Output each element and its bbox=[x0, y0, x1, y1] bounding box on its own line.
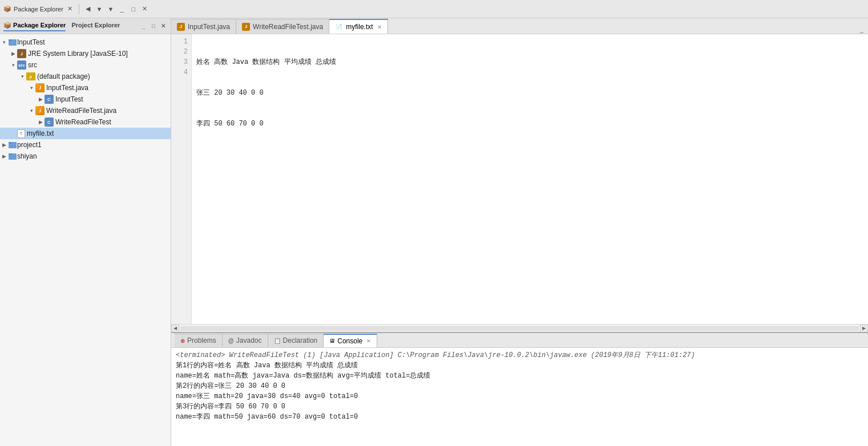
scroll-right-arrow[interactable]: ▶ bbox=[860, 325, 868, 333]
sidebar-item-jre[interactable]: ▶ J JRE System Library [JavaSE-10] bbox=[0, 48, 171, 59]
default-package-label: (default package) bbox=[37, 72, 90, 80]
class-icon-wrf: C bbox=[45, 117, 54, 127]
sidebar-item-writereadfiletest-java[interactable]: ▾ J WriteReadFileTest.java bbox=[0, 105, 171, 116]
console-line-6: name=李四 math=50 java=60 ds=70 avg=0 tota… bbox=[176, 412, 863, 422]
sidebar-item-default-package[interactable]: ▾ p (default package) bbox=[0, 71, 171, 82]
tab-javadoc[interactable]: @ Javadoc bbox=[223, 334, 268, 347]
arrow-src: ▾ bbox=[9, 62, 17, 68]
svg-rect-1 bbox=[9, 39, 12, 41]
arrow-wrf-java: ▾ bbox=[27, 108, 35, 113]
sidebar-tab-package-explorer[interactable]: 📦 Package Explorer bbox=[3, 21, 66, 31]
toolbar-minimize-icon[interactable]: _ bbox=[118, 5, 127, 14]
java-icon-wrf: J bbox=[35, 106, 45, 115]
arrow-shiyan: ▶ bbox=[0, 153, 8, 159]
editor-line-4 bbox=[196, 149, 863, 160]
toolbar-forward-icon[interactable]: ▼ bbox=[95, 5, 104, 14]
writereadfiletest-class-label: WriteReadFileTest bbox=[55, 118, 111, 126]
tab-close-myfile[interactable]: ✕ bbox=[377, 24, 382, 30]
console-line-2: name=姓名 math=高数 java=Java ds=数据结构 avg=平均… bbox=[176, 371, 863, 381]
line-num-2: 2 bbox=[171, 47, 188, 57]
jre-label: JRE System Library [JavaSE-10] bbox=[28, 50, 128, 58]
sidebar-tree: ▾ InputTest ▶ J JRE System Library [Java… bbox=[0, 34, 171, 446]
java-tab-icon-wrf: J bbox=[242, 23, 250, 31]
sidebar-item-project1[interactable]: ▶ project1 bbox=[0, 139, 171, 151]
src-label: src bbox=[28, 61, 37, 69]
editor-tab-bar: J InputTest.java J WriteReadFileTest.jav… bbox=[171, 18, 868, 34]
arrow-dp: ▾ bbox=[18, 74, 26, 79]
svg-rect-5 bbox=[9, 153, 12, 155]
toolbar-back-icon[interactable]: ◀ bbox=[83, 5, 92, 14]
editor-line-1: 姓名 高数 Java 数据结构 平均成绩 总成绩 bbox=[196, 57, 863, 67]
sidebar-item-inputtest-project[interactable]: ▾ InputTest bbox=[0, 37, 171, 48]
right-panel: J InputTest.java J WriteReadFileTest.jav… bbox=[171, 18, 868, 446]
sidebar-header: 📦 Package Explorer Project Explorer _ □ … bbox=[0, 18, 171, 34]
problems-tab-label: Problems bbox=[187, 336, 216, 344]
sidebar-item-src[interactable]: ▾ src src bbox=[0, 59, 171, 71]
scroll-track[interactable] bbox=[180, 326, 859, 331]
arrow-inputtest-class: ▶ bbox=[37, 96, 45, 102]
line-numbers: 1 2 3 4 bbox=[171, 34, 192, 324]
sidebar-tab-project-explorer[interactable]: Project Explorer bbox=[71, 21, 120, 31]
toolbar-close-icon[interactable]: ✕ bbox=[66, 5, 75, 14]
arrow-wrf-class: ▶ bbox=[37, 119, 45, 125]
editor-line-2: 张三 20 30 40 0 0 bbox=[196, 88, 863, 98]
myfile-tab-label: myfile.txt bbox=[346, 23, 373, 31]
sidebar-item-myfile-txt[interactable]: ▶ T myfile.txt bbox=[0, 128, 171, 139]
tab-declaration[interactable]: 📋 Declaration bbox=[268, 334, 324, 347]
console-line-terminated: <terminated> WriteReadFileTest (1) [Java… bbox=[176, 350, 863, 360]
tab-problems[interactable]: ⊗ Problems bbox=[175, 334, 223, 347]
toolbar-dropdown-icon[interactable]: ▼ bbox=[106, 5, 115, 14]
console-panel: ⊗ Problems @ Javadoc 📋 Declaration 🖥 Con… bbox=[171, 332, 868, 446]
javadoc-tab-icon: @ bbox=[228, 338, 234, 344]
arrow-inputtest: ▾ bbox=[0, 39, 8, 45]
myfile-txt-label: myfile.txt bbox=[27, 129, 54, 137]
console-line-1: 第1行的内容=姓名 高数 Java 数据结构 平均成绩 总成绩 bbox=[176, 360, 863, 371]
console-tab-icon: 🖥 bbox=[329, 338, 335, 344]
scroll-left-arrow[interactable]: ◀ bbox=[171, 325, 179, 333]
declaration-tab-label: Declaration bbox=[283, 336, 318, 344]
sidebar-close-icon[interactable]: ✕ bbox=[159, 22, 167, 30]
editor-text-area[interactable]: 姓名 高数 Java 数据结构 平均成绩 总成绩 张三 20 30 40 0 0… bbox=[192, 34, 868, 324]
java-icon-inputtest: J bbox=[35, 83, 45, 92]
writereadfiletest-java-label: WriteReadFileTest.java bbox=[46, 107, 116, 115]
sidebar-item-writereadfiletest-class[interactable]: ▶ C WriteReadFileTest bbox=[0, 116, 171, 128]
problems-tab-icon: ⊗ bbox=[180, 338, 185, 344]
console-tab-label: Console bbox=[337, 337, 362, 345]
sidebar-header-actions: _ □ ✕ bbox=[140, 22, 167, 30]
toolbar-divider bbox=[79, 4, 79, 14]
project-icon-inputtest bbox=[8, 38, 17, 47]
tab-writereadfiletest-java[interactable]: J WriteReadFileTest.java bbox=[236, 19, 329, 34]
inputtest-java-label: InputTest.java bbox=[46, 84, 88, 92]
sidebar-item-inputtest-java[interactable]: ▾ J InputTest.java bbox=[0, 82, 171, 94]
console-line-3: 第2行的内容=张三 20 30 40 0 0 bbox=[176, 381, 863, 391]
top-toolbar: 📦 Package Explorer ✕ ◀ ▼ ▼ _ □ ✕ bbox=[0, 0, 868, 18]
sidebar-maximize-icon[interactable]: □ bbox=[150, 22, 158, 30]
inputtest-tab-label: InputTest.java bbox=[188, 23, 230, 31]
sidebar-header-tabs: 📦 Package Explorer Project Explorer bbox=[3, 21, 136, 31]
editor-area: J InputTest.java J WriteReadFileTest.jav… bbox=[171, 18, 868, 332]
package-explorer-tab-label[interactable]: Package Explorer bbox=[14, 6, 63, 13]
tab-bar-minimize[interactable]: _ bbox=[858, 26, 866, 34]
console-line-4: name=张三 math=20 java=30 ds=40 avg=0 tota… bbox=[176, 391, 863, 402]
editor-horizontal-scrollbar[interactable]: ◀ ▶ bbox=[171, 324, 868, 332]
tab-console[interactable]: 🖥 Console ✕ bbox=[324, 334, 377, 347]
console-tab-close[interactable]: ✕ bbox=[366, 338, 371, 344]
tab-myfile-txt[interactable]: 📄 myfile.txt ✕ bbox=[329, 19, 387, 34]
toolbar-maximize-icon[interactable]: □ bbox=[129, 5, 138, 14]
svg-rect-3 bbox=[9, 142, 12, 144]
package-explorer-icon-small: 📦 bbox=[3, 22, 11, 29]
sidebar-item-shiyan[interactable]: ▶ shiyan bbox=[0, 151, 171, 162]
jre-icon: J bbox=[17, 49, 26, 58]
declaration-tab-icon: 📋 bbox=[274, 338, 281, 344]
sidebar-minimize-icon[interactable]: _ bbox=[140, 22, 148, 30]
console-line-5: 第3行的内容=李四 50 60 70 0 0 bbox=[176, 402, 863, 412]
editor-content: 1 2 3 4 姓名 高数 Java 数据结构 平均成绩 总成绩 张三 20 3… bbox=[171, 34, 868, 324]
toolbar-winclose-icon[interactable]: ✕ bbox=[140, 5, 150, 14]
line-num-4: 4 bbox=[171, 67, 188, 78]
editor-line-3: 李四 50 60 70 0 0 bbox=[196, 119, 863, 129]
tab-inputtest-java[interactable]: J InputTest.java bbox=[171, 19, 236, 34]
package-icon-default: p bbox=[26, 72, 35, 80]
arrow-inputtest-java: ▾ bbox=[27, 85, 35, 91]
sidebar-item-inputtest-class[interactable]: ▶ C InputTest bbox=[0, 94, 171, 105]
project1-label: project1 bbox=[17, 141, 42, 149]
